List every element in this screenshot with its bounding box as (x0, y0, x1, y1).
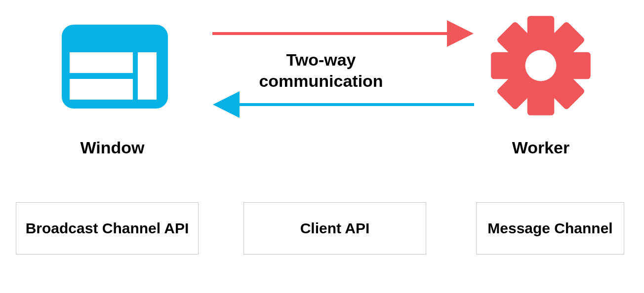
svg-point-5 (525, 50, 557, 81)
worker-label: Worker (486, 138, 595, 157)
gear-icon (489, 14, 593, 117)
box-label: Message Channel (487, 219, 612, 238)
window-pane (70, 79, 133, 100)
box-label: Broadcast Channel API (26, 219, 189, 238)
window-label: Window (57, 138, 168, 157)
window-panel-icon (62, 25, 168, 109)
box-message-channel: Message Channel (476, 202, 624, 255)
box-label: Client API (300, 219, 370, 238)
box-broadcast-channel: Broadcast Channel API (16, 202, 199, 255)
window-pane (138, 52, 157, 100)
center-label: Two-way communication (227, 49, 415, 91)
box-client-api: Client API (243, 202, 426, 255)
window-pane (70, 52, 133, 73)
